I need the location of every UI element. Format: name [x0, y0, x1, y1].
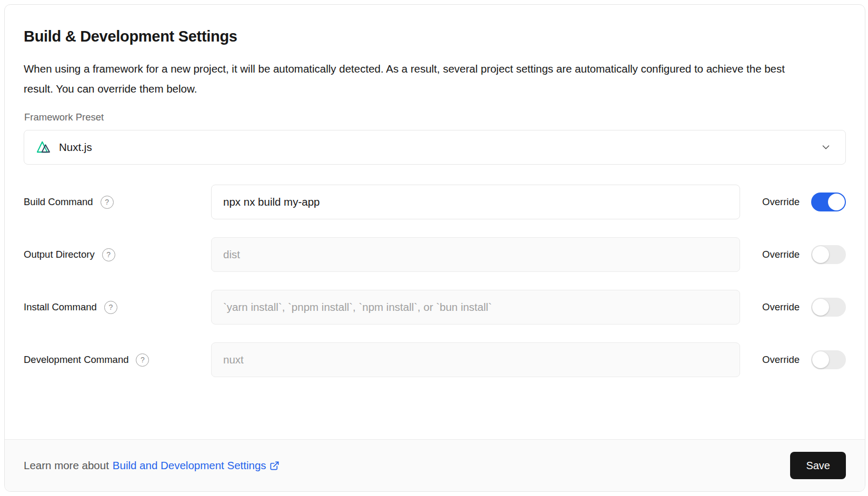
development-command-override: Override	[762, 350, 846, 369]
save-button[interactable]: Save	[790, 452, 846, 479]
build-command-override-toggle[interactable]	[811, 193, 846, 211]
development-command-input	[211, 342, 740, 377]
build-command-input[interactable]	[211, 185, 740, 219]
external-link-icon	[270, 461, 280, 471]
override-label: Override	[762, 354, 800, 366]
output-directory-label: Output Directory	[24, 249, 95, 260]
toggle-knob	[812, 299, 829, 316]
build-settings-docs-link[interactable]: Build and Development Settings	[113, 459, 280, 472]
framework-preset-value: Nuxt.js	[59, 141, 92, 154]
toggle-knob	[828, 194, 845, 210]
development-command-row: Development Command ? Override	[24, 342, 846, 377]
question-mark-icon[interactable]: ?	[104, 301, 117, 314]
build-command-row: Build Command ? Override	[24, 185, 846, 219]
build-command-override: Override	[762, 193, 846, 211]
framework-preset-label: Framework Preset	[24, 112, 846, 123]
docs-link-text: Build and Development Settings	[113, 459, 266, 472]
output-directory-override: Override	[762, 245, 846, 264]
card-footer: Learn more about Build and Development S…	[5, 439, 865, 491]
install-command-label-group: Install Command ?	[24, 301, 211, 314]
output-directory-label-group: Output Directory ?	[24, 248, 211, 261]
chevron-down-icon	[820, 141, 832, 153]
install-command-override: Override	[762, 298, 846, 317]
install-command-label: Install Command	[24, 301, 97, 313]
development-command-label-group: Development Command ?	[24, 353, 211, 367]
question-mark-icon[interactable]: ?	[136, 353, 149, 367]
question-mark-icon[interactable]: ?	[101, 196, 114, 209]
card-body: Build & Development Settings When using …	[5, 5, 865, 439]
development-command-override-toggle[interactable]	[811, 350, 846, 369]
build-settings-card: Build & Development Settings When using …	[4, 4, 865, 492]
output-directory-override-toggle[interactable]	[811, 245, 846, 264]
development-command-label: Development Command	[24, 354, 128, 366]
install-command-override-toggle[interactable]	[811, 298, 846, 317]
description-text: When using a framework for a new project…	[24, 59, 787, 99]
output-directory-row: Output Directory ? Override	[24, 237, 846, 272]
question-mark-icon[interactable]: ?	[102, 248, 115, 261]
toggle-knob	[812, 246, 829, 263]
build-command-label-group: Build Command ?	[24, 196, 211, 209]
learn-more-prefix: Learn more about	[24, 459, 109, 472]
override-label: Override	[762, 301, 800, 313]
framework-preset-select[interactable]: Nuxt.js	[24, 130, 846, 165]
output-directory-input	[211, 237, 740, 272]
override-label: Override	[762, 196, 800, 208]
nuxt-logo-icon	[36, 140, 51, 155]
toggle-knob	[812, 351, 829, 368]
install-command-input	[211, 290, 740, 325]
install-command-row: Install Command ? Override	[24, 290, 846, 325]
override-label: Override	[762, 249, 800, 260]
settings-rows: Build Command ? Override Output Director…	[24, 185, 846, 377]
build-command-label: Build Command	[24, 196, 93, 208]
learn-more-text: Learn more about Build and Development S…	[24, 459, 280, 472]
page-title: Build & Development Settings	[24, 28, 846, 45]
